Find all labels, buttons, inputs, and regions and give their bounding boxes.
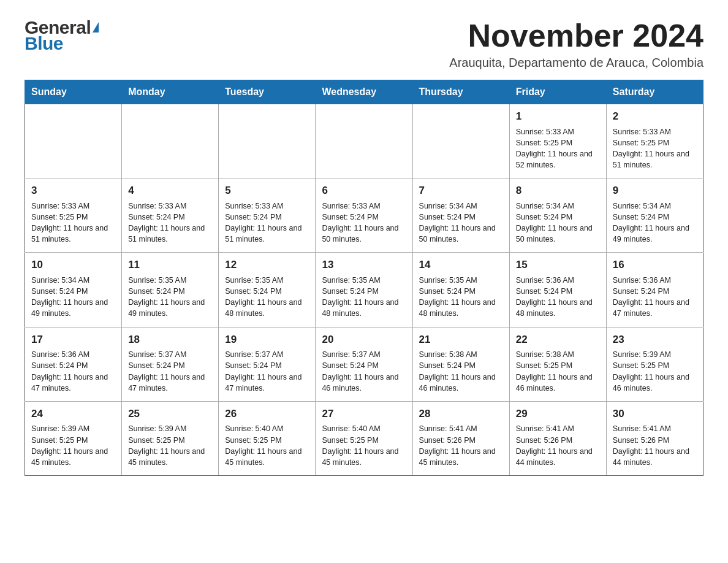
title-block: November 2024 Arauquita, Departamento de…	[449, 18, 703, 70]
day-number: 20	[322, 332, 406, 348]
weekday-header-friday: Friday	[509, 80, 606, 104]
month-title: November 2024	[449, 18, 703, 53]
day-info: Sunrise: 5:35 AMSunset: 5:24 PMDaylight:…	[225, 275, 309, 320]
day-info: Sunrise: 5:33 AMSunset: 5:25 PMDaylight:…	[516, 126, 600, 171]
day-info: Sunrise: 5:36 AMSunset: 5:24 PMDaylight:…	[516, 275, 600, 320]
day-number: 6	[322, 183, 406, 199]
day-number: 3	[31, 183, 115, 199]
calendar-cell: 23Sunrise: 5:39 AMSunset: 5:25 PMDayligh…	[606, 327, 703, 401]
day-info: Sunrise: 5:36 AMSunset: 5:24 PMDaylight:…	[613, 275, 697, 320]
calendar-cell: 25Sunrise: 5:39 AMSunset: 5:25 PMDayligh…	[122, 401, 219, 475]
day-info: Sunrise: 5:37 AMSunset: 5:24 PMDaylight:…	[225, 349, 309, 394]
day-info: Sunrise: 5:34 AMSunset: 5:24 PMDaylight:…	[516, 201, 600, 245]
calendar-cell: 7Sunrise: 5:34 AMSunset: 5:24 PMDaylight…	[412, 178, 509, 253]
day-number: 21	[419, 332, 503, 348]
calendar-cell: 17Sunrise: 5:36 AMSunset: 5:24 PMDayligh…	[25, 327, 122, 401]
calendar-row-0: 1Sunrise: 5:33 AMSunset: 5:25 PMDaylight…	[25, 104, 703, 178]
location-subtitle: Arauquita, Departamento de Arauca, Colom…	[449, 56, 703, 70]
calendar-cell	[412, 104, 509, 178]
calendar-cell: 27Sunrise: 5:40 AMSunset: 5:25 PMDayligh…	[316, 401, 412, 475]
calendar-cell: 28Sunrise: 5:41 AMSunset: 5:26 PMDayligh…	[412, 401, 509, 475]
day-number: 17	[31, 332, 115, 348]
day-info: Sunrise: 5:35 AMSunset: 5:24 PMDaylight:…	[419, 275, 503, 320]
day-info: Sunrise: 5:40 AMSunset: 5:25 PMDaylight:…	[322, 423, 406, 468]
weekday-header-saturday: Saturday	[606, 80, 703, 104]
day-info: Sunrise: 5:39 AMSunset: 5:25 PMDaylight:…	[128, 423, 212, 468]
day-info: Sunrise: 5:33 AMSunset: 5:24 PMDaylight:…	[128, 201, 212, 245]
day-number: 23	[613, 332, 697, 348]
day-info: Sunrise: 5:33 AMSunset: 5:25 PMDaylight:…	[31, 201, 115, 245]
day-number: 19	[225, 332, 309, 348]
calendar-cell: 21Sunrise: 5:38 AMSunset: 5:24 PMDayligh…	[412, 327, 509, 401]
day-number: 15	[516, 258, 600, 273]
day-number: 29	[516, 407, 600, 422]
day-number: 5	[225, 183, 309, 199]
day-number: 7	[419, 183, 503, 199]
weekday-header-monday: Monday	[122, 80, 219, 104]
day-number: 1	[516, 109, 600, 124]
day-info: Sunrise: 5:41 AMSunset: 5:26 PMDaylight:…	[516, 423, 600, 468]
day-number: 11	[128, 258, 212, 273]
weekday-header-sunday: Sunday	[25, 80, 122, 104]
day-info: Sunrise: 5:39 AMSunset: 5:25 PMDaylight:…	[613, 349, 697, 394]
calendar-cell: 19Sunrise: 5:37 AMSunset: 5:24 PMDayligh…	[219, 327, 316, 401]
calendar-cell: 3Sunrise: 5:33 AMSunset: 5:25 PMDaylight…	[25, 178, 122, 253]
day-number: 26	[225, 407, 309, 422]
calendar-cell: 1Sunrise: 5:33 AMSunset: 5:25 PMDaylight…	[509, 104, 606, 178]
calendar-cell: 16Sunrise: 5:36 AMSunset: 5:24 PMDayligh…	[606, 253, 703, 327]
weekday-header-wednesday: Wednesday	[316, 80, 412, 104]
day-info: Sunrise: 5:37 AMSunset: 5:24 PMDaylight:…	[128, 349, 212, 394]
logo-blue: Blue	[25, 34, 99, 53]
day-info: Sunrise: 5:38 AMSunset: 5:24 PMDaylight:…	[419, 349, 503, 394]
day-info: Sunrise: 5:34 AMSunset: 5:24 PMDaylight:…	[419, 201, 503, 245]
day-number: 24	[31, 407, 115, 422]
logo: General Blue	[25, 18, 99, 53]
calendar-cell: 11Sunrise: 5:35 AMSunset: 5:24 PMDayligh…	[122, 253, 219, 327]
calendar-cell: 14Sunrise: 5:35 AMSunset: 5:24 PMDayligh…	[412, 253, 509, 327]
day-info: Sunrise: 5:37 AMSunset: 5:24 PMDaylight:…	[322, 349, 406, 394]
day-number: 12	[225, 258, 309, 273]
day-info: Sunrise: 5:41 AMSunset: 5:26 PMDaylight:…	[613, 423, 697, 468]
day-number: 14	[419, 258, 503, 273]
calendar-cell: 9Sunrise: 5:34 AMSunset: 5:24 PMDaylight…	[606, 178, 703, 253]
calendar-cell: 8Sunrise: 5:34 AMSunset: 5:24 PMDaylight…	[509, 178, 606, 253]
day-info: Sunrise: 5:34 AMSunset: 5:24 PMDaylight:…	[613, 201, 697, 245]
calendar-table: SundayMondayTuesdayWednesdayThursdayFrid…	[25, 80, 703, 476]
day-number: 10	[31, 258, 115, 273]
calendar-row-3: 17Sunrise: 5:36 AMSunset: 5:24 PMDayligh…	[25, 327, 703, 401]
calendar-cell: 22Sunrise: 5:38 AMSunset: 5:25 PMDayligh…	[509, 327, 606, 401]
day-info: Sunrise: 5:33 AMSunset: 5:24 PMDaylight:…	[322, 201, 406, 245]
calendar-cell: 24Sunrise: 5:39 AMSunset: 5:25 PMDayligh…	[25, 401, 122, 475]
day-number: 18	[128, 332, 212, 348]
day-number: 2	[613, 109, 697, 124]
day-info: Sunrise: 5:40 AMSunset: 5:25 PMDaylight:…	[225, 423, 309, 468]
calendar-cell	[316, 104, 412, 178]
day-info: Sunrise: 5:33 AMSunset: 5:24 PMDaylight:…	[225, 201, 309, 245]
weekday-header-row: SundayMondayTuesdayWednesdayThursdayFrid…	[25, 80, 703, 104]
day-info: Sunrise: 5:39 AMSunset: 5:25 PMDaylight:…	[31, 423, 115, 468]
calendar-cell: 20Sunrise: 5:37 AMSunset: 5:24 PMDayligh…	[316, 327, 412, 401]
day-info: Sunrise: 5:41 AMSunset: 5:26 PMDaylight:…	[419, 423, 503, 468]
calendar-row-1: 3Sunrise: 5:33 AMSunset: 5:25 PMDaylight…	[25, 178, 703, 253]
calendar-cell	[25, 104, 122, 178]
calendar-cell: 15Sunrise: 5:36 AMSunset: 5:24 PMDayligh…	[509, 253, 606, 327]
day-info: Sunrise: 5:34 AMSunset: 5:24 PMDaylight:…	[31, 275, 115, 320]
calendar-cell: 5Sunrise: 5:33 AMSunset: 5:24 PMDaylight…	[219, 178, 316, 253]
calendar-cell: 26Sunrise: 5:40 AMSunset: 5:25 PMDayligh…	[219, 401, 316, 475]
day-number: 13	[322, 258, 406, 273]
calendar-cell: 30Sunrise: 5:41 AMSunset: 5:26 PMDayligh…	[606, 401, 703, 475]
calendar-cell: 12Sunrise: 5:35 AMSunset: 5:24 PMDayligh…	[219, 253, 316, 327]
calendar-row-2: 10Sunrise: 5:34 AMSunset: 5:24 PMDayligh…	[25, 253, 703, 327]
day-number: 16	[613, 258, 697, 273]
calendar-cell: 10Sunrise: 5:34 AMSunset: 5:24 PMDayligh…	[25, 253, 122, 327]
calendar-cell: 13Sunrise: 5:35 AMSunset: 5:24 PMDayligh…	[316, 253, 412, 327]
day-number: 30	[613, 407, 697, 422]
calendar-cell	[122, 104, 219, 178]
page-header: General Blue November 2024 Arauquita, De…	[25, 18, 703, 70]
day-number: 9	[613, 183, 697, 199]
calendar-cell: 2Sunrise: 5:33 AMSunset: 5:25 PMDaylight…	[606, 104, 703, 178]
day-number: 27	[322, 407, 406, 422]
day-number: 4	[128, 183, 212, 199]
calendar-row-4: 24Sunrise: 5:39 AMSunset: 5:25 PMDayligh…	[25, 401, 703, 475]
weekday-header-tuesday: Tuesday	[219, 80, 316, 104]
